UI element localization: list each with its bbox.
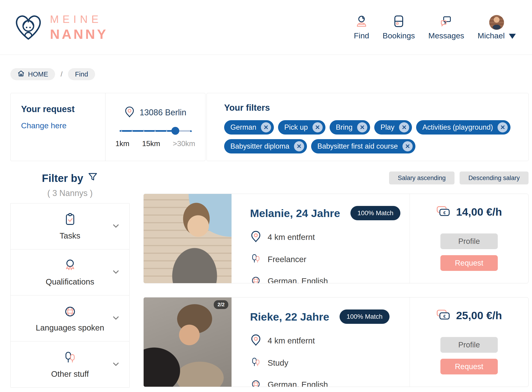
accordion-label: Other stuff xyxy=(51,369,89,379)
filter-sidebar: Filter by ( 3 Nannys ) Tasks xyxy=(10,172,130,387)
money-icon: € xyxy=(436,206,451,218)
filter-chip-german[interactable]: German ✕ xyxy=(224,120,274,135)
accordion-section-languages[interactable]: Languages spoken xyxy=(11,295,129,341)
price-section: € 25,00 €/h Profile Request xyxy=(410,298,528,387)
request-button[interactable]: Request xyxy=(440,255,498,271)
main-area: Filter by ( 3 Nannys ) Tasks xyxy=(0,172,532,387)
filter-chip-play[interactable]: Play ✕ xyxy=(374,120,412,135)
filter-chip-bring[interactable]: Bring ✕ xyxy=(330,120,370,135)
accordion-section-other[interactable]: Other stuff xyxy=(11,341,129,387)
sort-controls: Salary ascending Descending salary xyxy=(143,172,528,184)
slider-tick xyxy=(166,131,167,131)
trees-icon xyxy=(250,253,262,266)
location-pin-icon xyxy=(250,230,262,244)
globe-icon xyxy=(250,275,262,283)
breadcrumb-current[interactable]: Find xyxy=(68,68,95,80)
sort-ascending-button[interactable]: Salary ascending xyxy=(389,172,455,184)
filter-chip-first-aid[interactable]: Babysitter first aid course ✕ xyxy=(311,139,415,154)
top-panels: Your request Change here 13086 Berlin xyxy=(0,93,532,161)
occupation-row: Study xyxy=(250,356,410,370)
change-request-link[interactable]: Change here xyxy=(21,121,67,130)
clipboard-check-icon xyxy=(63,212,77,228)
globe-icon xyxy=(63,304,77,320)
profile-button[interactable]: Profile xyxy=(440,233,498,249)
nanny-photo[interactable]: 2/2 xyxy=(144,298,231,387)
nav-item-messages[interactable]: Messages xyxy=(428,14,464,40)
filter-chip-activities[interactable]: Activities (playground) ✕ xyxy=(416,120,510,135)
languages-value: German, English xyxy=(268,380,328,387)
remove-filter-icon[interactable]: ✕ xyxy=(402,141,413,151)
location-pin-icon xyxy=(124,106,135,119)
trees-icon xyxy=(250,356,262,370)
slider-handle[interactable] xyxy=(171,127,179,135)
remove-filter-icon[interactable]: ✕ xyxy=(294,141,304,151)
trees-icon xyxy=(63,350,77,366)
chevron-down-icon[interactable] xyxy=(111,359,121,370)
slider-labels: 1km 15km >30km xyxy=(115,139,195,148)
home-icon xyxy=(17,70,25,79)
brand-logo[interactable]: MEINE NANNY xyxy=(13,11,108,44)
occupation-value: Study xyxy=(268,358,288,368)
nanny-card-rieke: 2/2 Rieke, 22 Jahre 100% Match xyxy=(143,297,528,387)
messages-icon xyxy=(439,14,453,29)
profile-button[interactable]: Profile xyxy=(440,337,498,353)
filter-chip-babysitter-diploma[interactable]: Babysitter diploma ✕ xyxy=(224,139,307,154)
euro-glyph: € xyxy=(443,314,446,318)
remove-filter-icon[interactable]: ✕ xyxy=(498,122,508,132)
accordion-label: Languages spoken xyxy=(36,323,104,332)
remove-filter-icon[interactable]: ✕ xyxy=(357,122,367,132)
filter-accordion: Tasks Qualifications xyxy=(10,203,130,387)
filter-by-title: Filter by xyxy=(42,172,83,184)
accordion-section-qualifications[interactable]: Qualifications xyxy=(11,249,129,295)
nanny-count: ( 3 Nannys ) xyxy=(10,188,130,198)
chip-label: Activities (playground) xyxy=(422,123,493,131)
breadcrumb-home-label: HOME xyxy=(28,70,48,78)
request-panel: Your request Change here 13086 Berlin xyxy=(10,93,205,161)
accordion-label: Qualifications xyxy=(46,277,94,286)
nav-messages-label: Messages xyxy=(428,31,464,40)
filter-by-header: Filter by xyxy=(10,172,130,185)
distance-row: 4 km entfernt xyxy=(250,334,410,347)
slider-label-min: 1km xyxy=(115,139,129,148)
medal-icon xyxy=(63,258,77,274)
chip-label: Babysitter diploma xyxy=(230,142,289,150)
nanny-name: Melanie, 24 Jahre xyxy=(250,207,340,219)
location-section: 13086 Berlin 1km 15km >30km xyxy=(105,93,205,161)
distance-slider[interactable] xyxy=(120,127,191,135)
breadcrumb-current-label: Find xyxy=(75,70,88,78)
slider-tick xyxy=(155,131,156,131)
euro-glyph: € xyxy=(443,210,446,215)
remove-filter-icon[interactable]: ✕ xyxy=(312,122,323,132)
chip-label: Play xyxy=(381,123,394,131)
chevron-down-icon[interactable] xyxy=(111,267,121,277)
remove-filter-icon[interactable]: ✕ xyxy=(399,122,409,132)
accordion-label: Tasks xyxy=(60,231,80,240)
brand-line1: MEINE xyxy=(50,13,108,25)
brand-name: MEINE NANNY xyxy=(50,13,108,42)
languages-row: German, English xyxy=(250,378,410,387)
request-summary: Your request Change here xyxy=(11,93,105,161)
heart-baby-logo-icon xyxy=(13,11,44,44)
chevron-down-icon[interactable] xyxy=(111,313,121,323)
sort-descending-button[interactable]: Descending salary xyxy=(460,172,528,184)
remove-filter-icon[interactable]: ✕ xyxy=(261,122,271,132)
user-menu-caret-icon[interactable] xyxy=(509,34,516,39)
chip-label: Babysitter first aid course xyxy=(317,142,398,150)
chevron-down-icon[interactable] xyxy=(111,221,121,231)
chip-label: German xyxy=(230,123,256,131)
nav-item-find[interactable]: Find xyxy=(354,14,369,40)
request-button[interactable]: Request xyxy=(440,359,498,374)
filter-chip-pick-up[interactable]: Pick up ✕ xyxy=(278,120,325,135)
slider-label-max: >30km xyxy=(173,139,195,148)
slider-end-dot xyxy=(190,130,192,132)
nav-item-bookings[interactable]: Bookings xyxy=(383,14,415,40)
nanny-person-icon xyxy=(355,14,368,29)
nav-item-user[interactable]: Michael xyxy=(478,15,516,40)
nanny-photo[interactable] xyxy=(144,194,231,283)
filter-chips: German ✕ Pick up ✕ Bring ✕ Play ✕ Activi… xyxy=(224,120,519,154)
accordion-section-tasks[interactable]: Tasks xyxy=(11,203,129,249)
breadcrumb-home[interactable]: HOME xyxy=(10,68,55,80)
user-avatar[interactable] xyxy=(489,15,504,30)
match-badge: 100% Match xyxy=(350,206,400,220)
breadcrumb-separator: / xyxy=(61,70,62,78)
